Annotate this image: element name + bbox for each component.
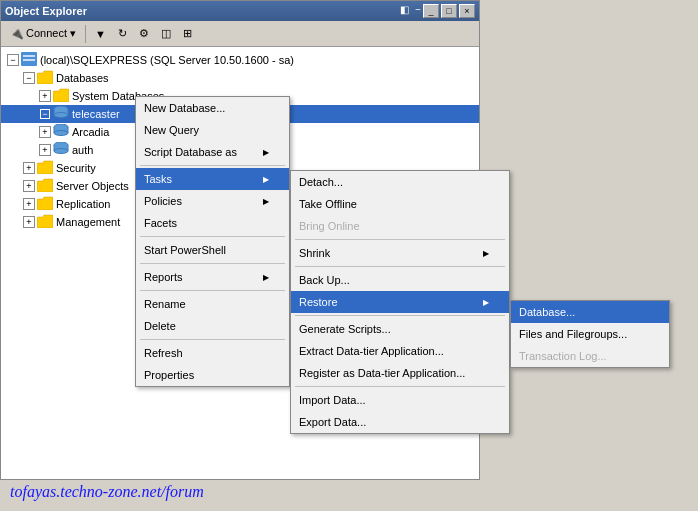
security-folder-icon — [37, 160, 53, 176]
new-query-label: New Query — [144, 124, 199, 136]
menu-tasks[interactable]: Tasks ▶ — [136, 168, 289, 190]
menu-generate-scripts[interactable]: Generate Scripts... — [291, 318, 509, 340]
settings-button[interactable]: ⚙ — [134, 24, 154, 43]
menu-new-query[interactable]: New Query — [136, 119, 289, 141]
restore-database-label: Database... — [519, 306, 575, 318]
tasks-arrow: ▶ — [263, 175, 269, 184]
tasks-submenu: Detach... Take Offline Bring Online Shri… — [290, 170, 510, 434]
restore-submenu: Database... Files and Filegroups... Tran… — [510, 300, 670, 368]
menu-properties[interactable]: Properties — [136, 364, 289, 386]
server-objects-label: Server Objects — [56, 180, 129, 192]
menu-restore[interactable]: Restore ▶ — [291, 291, 509, 313]
server-obj-expand[interactable] — [21, 178, 37, 194]
expand-button[interactable]: ⊞ — [178, 24, 197, 43]
menu-refresh[interactable]: Refresh — [136, 342, 289, 364]
replication-expand[interactable] — [21, 196, 37, 212]
pin-icon[interactable]: ◧ — [400, 4, 409, 18]
backup-label: Back Up... — [299, 274, 350, 286]
dash-icon[interactable]: − — [415, 4, 421, 18]
generate-scripts-label: Generate Scripts... — [299, 323, 391, 335]
menu-facets[interactable]: Facets — [136, 212, 289, 234]
script-db-label: Script Database as — [144, 146, 237, 158]
menu-backup[interactable]: Back Up... — [291, 269, 509, 291]
refresh-label: Refresh — [144, 347, 183, 359]
import-data-label: Import Data... — [299, 394, 366, 406]
menu-start-powershell[interactable]: Start PowerShell — [136, 239, 289, 261]
menu-restore-database[interactable]: Database... — [511, 301, 669, 323]
tree-root-item[interactable]: (local)\SQLEXPRESS (SQL Server 10.50.160… — [1, 51, 479, 69]
svg-rect-1 — [23, 55, 35, 57]
management-folder-icon — [37, 214, 53, 230]
shrink-label: Shrink — [299, 247, 330, 259]
filter-icon: ▼ — [95, 28, 106, 40]
auth-label: auth — [72, 144, 93, 156]
menu-restore-files[interactable]: Files and Filegroups... — [511, 323, 669, 345]
connect-icon: 🔌 — [10, 27, 24, 40]
server-obj-folder-icon — [37, 178, 53, 194]
context-menu-sep-4 — [140, 290, 285, 291]
db-folder-expand[interactable] — [21, 70, 37, 86]
minimize-button[interactable]: _ — [423, 4, 439, 18]
connect-label: Connect ▾ — [26, 27, 76, 40]
toolbar: 🔌 Connect ▾ ▼ ↻ ⚙ ◫ ⊞ — [1, 21, 479, 47]
management-expand[interactable] — [21, 214, 37, 230]
menu-shrink[interactable]: Shrink ▶ — [291, 242, 509, 264]
window-title: Object Explorer — [5, 5, 87, 17]
databases-label: Databases — [56, 72, 109, 84]
arcadia-expand[interactable] — [37, 124, 53, 140]
sys-db-expand[interactable] — [37, 88, 53, 104]
rename-label: Rename — [144, 298, 186, 310]
collapse-button[interactable]: ◫ — [156, 24, 176, 43]
security-label: Security — [56, 162, 96, 174]
tasks-sep-1 — [295, 239, 505, 240]
filter-button[interactable]: ▼ — [90, 25, 111, 43]
root-expand-icon[interactable] — [5, 52, 21, 68]
title-bar-controls: ◧ − _ □ × — [400, 4, 475, 18]
tasks-label: Tasks — [144, 173, 172, 185]
telecaster-expand[interactable]: − — [37, 106, 53, 122]
context-menu-sep-5 — [140, 339, 285, 340]
restore-label: Restore — [299, 296, 338, 308]
menu-delete[interactable]: Delete — [136, 315, 289, 337]
databases-folder[interactable]: Databases — [1, 69, 479, 87]
menu-reports[interactable]: Reports ▶ — [136, 266, 289, 288]
maximize-button[interactable]: □ — [441, 4, 457, 18]
context-menu-1: New Database... New Query Script Databas… — [135, 96, 290, 387]
auth-expand[interactable] — [37, 142, 53, 158]
tasks-sep-4 — [295, 386, 505, 387]
refresh-button[interactable]: ↻ — [113, 24, 132, 43]
auth-db-icon — [53, 142, 69, 158]
restore-files-label: Files and Filegroups... — [519, 328, 627, 340]
extract-data-label: Extract Data-tier Application... — [299, 345, 444, 357]
refresh-icon: ↻ — [118, 27, 127, 40]
arcadia-label: Arcadia — [72, 126, 109, 138]
reports-arrow: ▶ — [263, 273, 269, 282]
menu-new-database[interactable]: New Database... — [136, 97, 289, 119]
arcadia-db-icon — [53, 124, 69, 140]
security-expand[interactable] — [21, 160, 37, 176]
menu-register-data[interactable]: Register as Data-tier Application... — [291, 362, 509, 384]
menu-detach[interactable]: Detach... — [291, 171, 509, 193]
menu-rename[interactable]: Rename — [136, 293, 289, 315]
db-icon — [53, 106, 69, 122]
server-icon — [21, 52, 37, 68]
menu-import-data[interactable]: Import Data... — [291, 389, 509, 411]
management-label: Management — [56, 216, 120, 228]
menu-policies[interactable]: Policies ▶ — [136, 190, 289, 212]
tasks-sep-3 — [295, 315, 505, 316]
shrink-arrow: ▶ — [483, 249, 489, 258]
menu-take-offline[interactable]: Take Offline — [291, 193, 509, 215]
menu-script-db[interactable]: Script Database as ▶ — [136, 141, 289, 163]
start-powershell-label: Start PowerShell — [144, 244, 226, 256]
close-button[interactable]: × — [459, 4, 475, 18]
svg-rect-2 — [23, 59, 35, 61]
delete-label: Delete — [144, 320, 176, 332]
new-database-label: New Database... — [144, 102, 225, 114]
reports-label: Reports — [144, 271, 183, 283]
tasks-sep-2 — [295, 266, 505, 267]
connect-button[interactable]: 🔌 Connect ▾ — [5, 24, 81, 43]
restore-arrow: ▶ — [483, 298, 489, 307]
context-menu-sep-1 — [140, 165, 285, 166]
menu-export-data[interactable]: Export Data... — [291, 411, 509, 433]
menu-extract-data[interactable]: Extract Data-tier Application... — [291, 340, 509, 362]
